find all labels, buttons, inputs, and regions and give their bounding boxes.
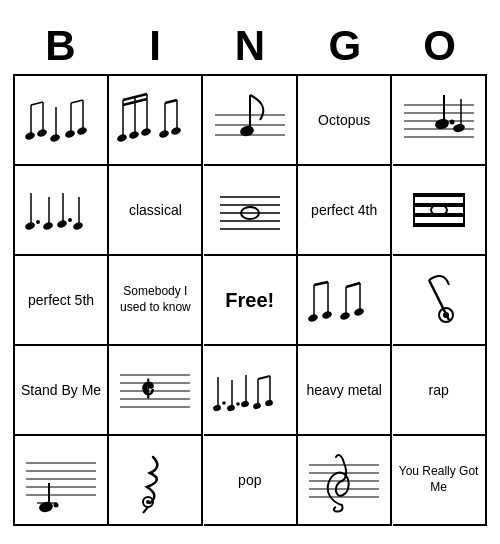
header-g: G: [297, 18, 392, 74]
svg-point-42: [36, 220, 40, 224]
svg-point-71: [353, 307, 365, 317]
svg-point-15: [128, 130, 140, 140]
svg-point-17: [140, 127, 152, 137]
cell-o4-text: rap: [428, 381, 448, 399]
cell-b5: [15, 436, 109, 526]
header-b: B: [13, 18, 108, 74]
svg-point-101: [38, 500, 54, 513]
svg-point-4: [36, 128, 48, 138]
cell-n2: [204, 166, 298, 256]
svg-point-87: [236, 402, 240, 406]
svg-point-94: [264, 399, 274, 407]
svg-point-49: [72, 221, 84, 231]
cell-g1: Octopus: [298, 76, 392, 166]
cell-o4: rap: [393, 346, 487, 436]
svg-point-69: [339, 311, 351, 321]
svg-text:𝄵: 𝄵: [140, 372, 154, 408]
cell-n5: pop: [204, 436, 298, 526]
cell-o2: [393, 166, 487, 256]
svg-point-103: [54, 503, 59, 508]
svg-line-2: [31, 102, 43, 105]
svg-point-37: [449, 120, 454, 125]
cell-i3: Somebody I used to know: [109, 256, 203, 346]
svg-line-92: [258, 376, 270, 379]
svg-point-23: [170, 126, 182, 136]
svg-point-75: [443, 312, 449, 318]
cell-n3-free: Free!: [204, 256, 298, 346]
cell-n3-text: Free!: [225, 289, 274, 312]
cell-i1: [109, 76, 203, 166]
svg-point-91: [252, 402, 262, 410]
svg-point-11: [76, 126, 88, 136]
svg-point-105: [146, 500, 150, 504]
bingo-grid: Octopus: [13, 74, 487, 526]
cell-n5-text: pop: [238, 471, 261, 489]
svg-line-67: [314, 282, 328, 285]
cell-g1-text: Octopus: [318, 111, 370, 129]
cell-b4-text: Stand By Me: [21, 381, 101, 399]
header-o: O: [392, 18, 487, 74]
cell-o5-text: You Really Got Me: [397, 464, 481, 495]
cell-o3: [393, 256, 487, 346]
svg-point-64: [307, 313, 319, 323]
cell-g3: [298, 256, 392, 346]
cell-o5: You Really Got Me: [393, 436, 487, 526]
header-n: N: [203, 18, 298, 74]
cell-n1: [204, 76, 298, 166]
bingo-card: B I N G O: [5, 10, 495, 534]
svg-line-24: [165, 100, 177, 103]
svg-point-21: [158, 129, 170, 139]
svg-point-39: [452, 123, 466, 134]
cell-b3: perfect 5th: [15, 256, 109, 346]
cell-b2: [15, 166, 109, 256]
cell-n4: [204, 346, 298, 436]
cell-o1: [393, 76, 487, 166]
svg-point-41: [24, 221, 36, 231]
svg-line-9: [71, 100, 83, 103]
svg-point-86: [226, 404, 236, 412]
cell-g4: heavy metal: [298, 346, 392, 436]
svg-point-6: [49, 133, 61, 143]
svg-point-8: [64, 129, 76, 139]
svg-point-29: [239, 124, 255, 137]
svg-point-13: [116, 133, 128, 143]
svg-point-66: [321, 310, 333, 320]
cell-g5: [298, 436, 392, 526]
cell-b1: [15, 76, 109, 166]
svg-point-84: [222, 401, 226, 405]
header-i: I: [108, 18, 203, 74]
cell-i2-text: classical: [129, 201, 182, 219]
svg-point-46: [56, 219, 68, 229]
svg-point-83: [212, 404, 222, 412]
svg-line-106: [143, 507, 148, 513]
svg-point-1: [24, 131, 36, 141]
svg-point-47: [68, 218, 72, 222]
cell-i3-text: Somebody I used to know: [113, 284, 197, 315]
svg-line-72: [346, 283, 360, 287]
cell-g4-text: heavy metal: [306, 381, 381, 399]
cell-g2-text: perfect 4th: [311, 201, 377, 219]
cell-i5: [109, 436, 203, 526]
cell-b4: Stand By Me: [15, 346, 109, 436]
cell-b3-text: perfect 5th: [28, 291, 94, 309]
svg-point-44: [42, 221, 54, 231]
cell-g2: perfect 4th: [298, 166, 392, 256]
cell-i4: 𝄵: [109, 346, 203, 436]
cell-i2: classical: [109, 166, 203, 256]
bingo-header: B I N G O: [13, 18, 487, 74]
svg-point-89: [240, 400, 250, 408]
